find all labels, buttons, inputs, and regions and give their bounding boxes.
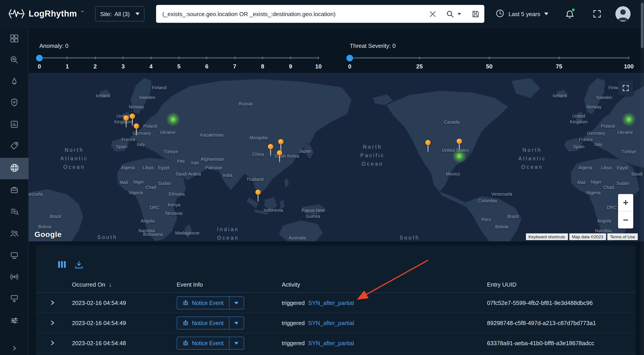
app: LogRhythm ™ Site: All (3) xyxy=(0,0,644,355)
notice-event-label: Notice Event xyxy=(192,300,224,306)
anomaly-slider-track[interactable] xyxy=(39,57,318,58)
map-country-label: Algeria xyxy=(121,165,135,170)
map-pin[interactable] xyxy=(425,140,431,152)
bug-icon xyxy=(182,299,189,307)
map-pin[interactable] xyxy=(277,150,282,163)
notice-event-dropdown-button[interactable] xyxy=(230,317,244,329)
table-row[interactable]: 2023-02-16 04:54:48 Notice Event trigger… xyxy=(36,333,636,353)
notice-event-split-button[interactable]: Notice Event xyxy=(177,337,244,350)
notice-event-button[interactable]: Notice Event xyxy=(177,317,229,329)
search-options-caret-icon[interactable] xyxy=(456,5,463,23)
zoom-in-button[interactable]: + xyxy=(618,194,633,211)
slider-tick-label: 7 xyxy=(233,63,236,70)
download-icon[interactable] xyxy=(75,261,83,270)
notice-event-split-button[interactable]: Notice Event xyxy=(177,316,244,330)
nav-geo-map[interactable] xyxy=(0,158,28,179)
search-icon[interactable] xyxy=(443,5,456,23)
columns-icon[interactable] xyxy=(58,261,66,270)
slider-tick xyxy=(628,57,629,59)
nav-dashboards[interactable] xyxy=(0,28,28,50)
sort-desc-icon[interactable]: ↓ xyxy=(109,281,112,288)
activity-link[interactable]: SYN_after_partial xyxy=(308,320,354,326)
nav-endpoints[interactable] xyxy=(0,246,28,267)
nav-administration[interactable] xyxy=(0,311,28,332)
terms-of-use-link[interactable]: Terms of Use xyxy=(607,234,638,240)
table-row[interactable]: 2023-02-16 04:54:49 Notice Event trigger… xyxy=(36,293,636,313)
search-input[interactable] xyxy=(156,5,419,23)
threat-slider-handle[interactable] xyxy=(346,54,353,61)
notice-event-split-button[interactable]: Notice Event xyxy=(177,296,244,310)
activity-link[interactable]: SYN_after_partial xyxy=(308,300,354,306)
map-pin[interactable] xyxy=(134,124,139,136)
monitor-icon xyxy=(10,251,19,262)
row-expand-chevron-icon[interactable] xyxy=(50,340,55,347)
list-search-icon xyxy=(10,207,19,218)
pin-ball xyxy=(456,138,462,144)
keyboard-shortcuts-link[interactable]: Keyboard shortcuts xyxy=(526,234,568,240)
nav-reports[interactable] xyxy=(0,114,28,136)
nav-log-search[interactable] xyxy=(0,202,28,223)
header-entry-uuid[interactable]: Entry UUID xyxy=(487,281,516,288)
fullscreen-button[interactable] xyxy=(592,9,602,19)
slider-tick-label: 6 xyxy=(205,63,208,70)
threat-tick-labels: 0255075100 xyxy=(350,63,629,70)
header-occurred-on[interactable]: Occurred On ↓ xyxy=(72,281,112,288)
anomaly-tick-labels: 012345678910 xyxy=(39,63,318,70)
row-expand-chevron-icon[interactable] xyxy=(50,320,55,327)
map-fullscreen-button[interactable] xyxy=(618,80,633,96)
nav-analyze[interactable] xyxy=(0,50,28,72)
map-country-label: Spain xyxy=(573,144,584,150)
row-expand-chevron-icon[interactable] xyxy=(50,300,55,307)
notice-event-label: Notice Event xyxy=(192,340,224,346)
header-event-info[interactable]: Event Info xyxy=(177,281,203,288)
map-country-label: Bolivia xyxy=(38,224,52,230)
notice-event-button[interactable]: Notice Event xyxy=(177,337,229,349)
logo-trademark: ™ xyxy=(81,10,84,13)
header-activity[interactable]: Activity xyxy=(282,281,300,288)
nav-deployment[interactable] xyxy=(0,289,28,310)
slider-tick xyxy=(122,57,124,59)
save-search-icon[interactable] xyxy=(469,5,482,23)
map-pin[interactable] xyxy=(278,139,284,152)
logrhythm-logo[interactable]: LogRhythm ™ xyxy=(8,0,84,28)
geo-map[interactable]: North Atlantic OceanNorth Pacific OceanI… xyxy=(28,73,644,242)
map-pin[interactable] xyxy=(255,190,261,202)
pin-ball xyxy=(130,114,135,119)
notice-event-button[interactable]: Notice Event xyxy=(177,297,229,309)
scrollbar-thumb[interactable] xyxy=(641,3,644,48)
nav-tags[interactable] xyxy=(0,136,28,158)
slider-tick xyxy=(290,57,291,59)
map-country-label: United Kingdom xyxy=(114,113,132,125)
page-scrollbar[interactable] xyxy=(640,0,644,355)
map-pin[interactable] xyxy=(456,138,462,151)
map-country-label: Italy xyxy=(594,142,603,147)
map-country-label: Namibia xyxy=(138,228,155,234)
map-country-label: Angola xyxy=(141,218,154,224)
map-pin[interactable] xyxy=(124,115,129,128)
nav-threat-activity[interactable] xyxy=(0,72,28,93)
nav-network-activity[interactable] xyxy=(0,267,28,288)
anomaly-slider-handle[interactable] xyxy=(36,54,43,61)
user-avatar[interactable] xyxy=(616,6,630,22)
clear-search-icon[interactable] xyxy=(426,5,439,23)
sliders-icon xyxy=(10,316,19,327)
map-pin[interactable] xyxy=(268,144,273,156)
threat-slider-track[interactable] xyxy=(350,57,629,58)
map-country-label: Egypt xyxy=(158,165,169,170)
notice-event-dropdown-button[interactable] xyxy=(230,297,244,309)
google-logo: Google xyxy=(34,230,62,239)
notifications-button[interactable] xyxy=(564,8,576,20)
site-selector[interactable]: Site: All (3) xyxy=(95,6,144,22)
nav-users[interactable] xyxy=(0,224,28,245)
map-country-label: Indonesia xyxy=(264,207,283,213)
nav-security[interactable] xyxy=(0,92,28,114)
nav-expand[interactable] xyxy=(0,338,28,355)
time-range-selector[interactable]: Last 5 years xyxy=(496,0,548,28)
table-row[interactable]: 2023-02-16 04:54:49 Notice Event trigger… xyxy=(36,313,636,333)
notice-event-dropdown-button[interactable] xyxy=(230,337,244,349)
activity-link[interactable]: SYN_after_partial xyxy=(308,340,354,346)
slider-tick-label: 9 xyxy=(289,63,292,70)
chevron-right-icon xyxy=(11,345,18,353)
nav-cases[interactable] xyxy=(0,180,28,202)
zoom-out-button[interactable]: − xyxy=(618,212,633,228)
